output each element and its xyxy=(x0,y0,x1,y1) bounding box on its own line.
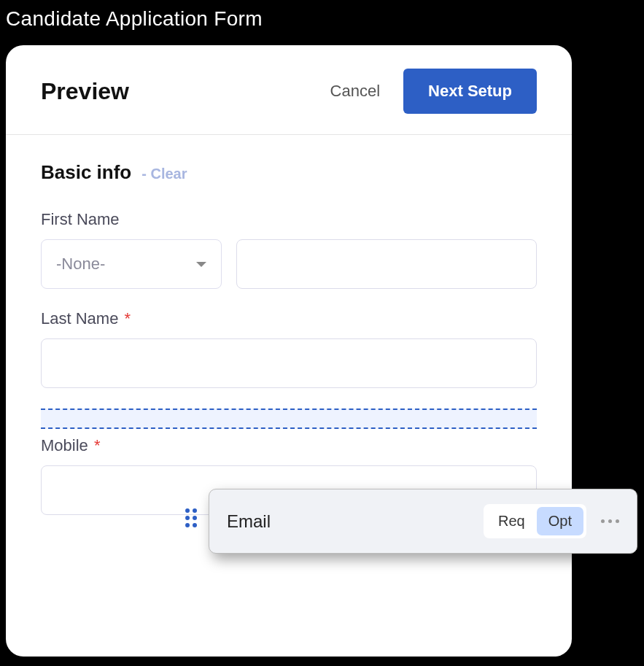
last-name-label: Last Name * xyxy=(41,309,537,328)
section-title: Basic info xyxy=(41,161,131,184)
preview-title: Preview xyxy=(41,78,129,105)
more-options-button[interactable] xyxy=(601,519,619,523)
drag-field-label: Email xyxy=(227,511,484,532)
first-name-input[interactable] xyxy=(236,239,537,289)
clear-link[interactable]: - Clear xyxy=(141,166,187,182)
chevron-down-icon xyxy=(196,262,206,267)
optional-button[interactable]: Opt xyxy=(537,507,583,535)
first-name-label: First Name xyxy=(41,210,537,229)
drag-handle[interactable] xyxy=(185,508,197,527)
first-name-row: -None- xyxy=(41,239,537,289)
form-card: Preview Cancel Next Setup Basic info - C… xyxy=(6,45,572,657)
page-title: Candidate Application Form xyxy=(0,0,644,45)
card-header: Preview Cancel Next Setup xyxy=(6,45,572,134)
header-actions: Cancel Next Setup xyxy=(330,69,537,114)
required-button[interactable]: Req xyxy=(486,507,537,535)
required-mark: * xyxy=(125,309,131,328)
mobile-label: Mobile * xyxy=(41,436,537,455)
basic-info-section: Basic info - Clear First Name -None- Las… xyxy=(6,135,572,388)
next-setup-button[interactable]: Next Setup xyxy=(403,69,537,114)
last-name-label-text: Last Name xyxy=(41,309,118,328)
drag-field-chip[interactable]: Email Req Opt xyxy=(209,489,637,554)
more-icon xyxy=(608,519,612,523)
required-toggle: Req Opt xyxy=(484,504,586,538)
more-icon xyxy=(616,519,619,523)
required-mark: * xyxy=(94,436,101,454)
first-name-field: First Name -None- xyxy=(41,210,537,289)
mobile-label-text: Mobile xyxy=(41,436,88,454)
first-name-prefix-select[interactable]: -None- xyxy=(41,239,222,289)
last-name-input[interactable] xyxy=(41,338,537,388)
cancel-button[interactable]: Cancel xyxy=(330,82,380,101)
drag-handle-icon xyxy=(185,508,197,527)
section-header: Basic info - Clear xyxy=(41,161,537,184)
more-icon xyxy=(601,519,605,523)
select-value: -None- xyxy=(56,255,196,274)
drop-zone[interactable] xyxy=(41,408,537,429)
last-name-field: Last Name * xyxy=(41,309,537,388)
